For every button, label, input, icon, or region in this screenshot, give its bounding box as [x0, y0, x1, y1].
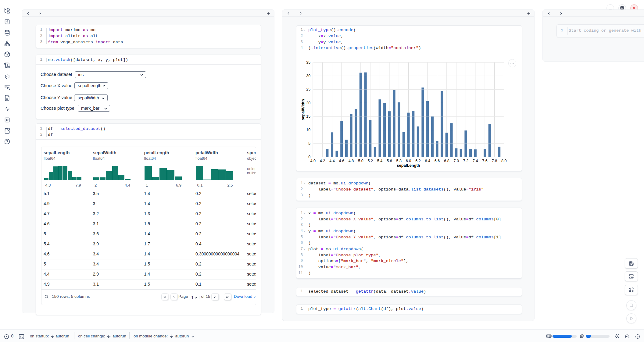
svg-text:7.6: 7.6 — [482, 159, 488, 163]
svg-text:20: 20 — [306, 101, 310, 105]
svg-text:sepalLength: sepalLength — [397, 163, 420, 168]
svg-text:5: 5 — [308, 141, 310, 146]
svg-text:4.4: 4.4 — [329, 159, 335, 163]
svg-text:5.4: 5.4 — [377, 159, 383, 163]
svg-text:35: 35 — [306, 60, 310, 65]
svg-text:6.0: 6.0 — [406, 159, 411, 163]
svg-text:5.2: 5.2 — [367, 159, 373, 163]
svg-text:25: 25 — [306, 87, 310, 91]
svg-text:7.8: 7.8 — [492, 159, 497, 163]
svg-text:15: 15 — [306, 114, 310, 119]
svg-text:10: 10 — [306, 128, 310, 132]
svg-text:6.2: 6.2 — [415, 159, 421, 163]
svg-text:4.8: 4.8 — [349, 159, 354, 163]
svg-text:sepalWidth: sepalWidth — [301, 99, 305, 120]
svg-text:7.4: 7.4 — [473, 159, 478, 163]
svg-text:8.0: 8.0 — [501, 159, 507, 163]
svg-text:6.8: 6.8 — [444, 159, 449, 163]
svg-text:4.2: 4.2 — [320, 159, 325, 163]
svg-text:7.0: 7.0 — [453, 159, 459, 163]
svg-text:6.6: 6.6 — [435, 159, 440, 163]
svg-text:7.2: 7.2 — [463, 159, 469, 163]
svg-text:4.0: 4.0 — [310, 159, 316, 163]
svg-text:6.4: 6.4 — [425, 159, 430, 163]
svg-text:30: 30 — [306, 74, 310, 78]
svg-text:5.8: 5.8 — [396, 159, 402, 163]
svg-text:5.6: 5.6 — [387, 159, 392, 163]
svg-text:0: 0 — [308, 155, 310, 159]
svg-text:5.0: 5.0 — [358, 159, 363, 163]
svg-text:4.6: 4.6 — [339, 159, 345, 163]
